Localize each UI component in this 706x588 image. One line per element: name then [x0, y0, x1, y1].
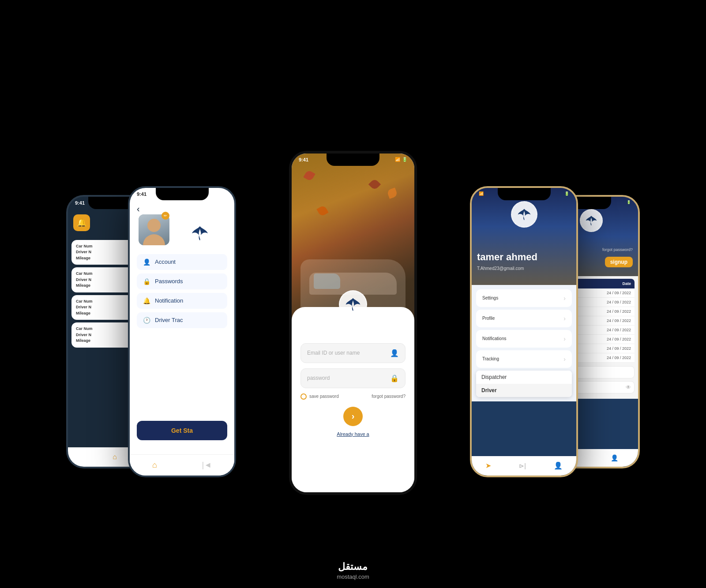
clock-icon: 🕐 — [143, 317, 150, 324]
chevron-icon: › — [563, 295, 566, 302]
p2-bottom-nav: ⌂ |◄ — [130, 454, 234, 476]
falcon-logo-circle — [339, 290, 367, 318]
settings-menu: 👤 Account 🔒 Passwords 🔔 Notification 🕐 D… — [137, 254, 227, 332]
forgot-label-p5[interactable]: forgot password? — [602, 247, 633, 252]
date-cell: 24 / 09 / 2022 — [607, 291, 631, 295]
already-account-link[interactable]: Already have a — [300, 431, 406, 437]
password-input-wrap[interactable]: password 🔒 — [300, 368, 406, 388]
watermark-arabic-text: مستقل — [337, 561, 369, 573]
menu-item-label-4: Tracking — [482, 356, 499, 361]
user-name: tamer ahmed — [477, 251, 537, 263]
menu-item-label-3: Notifications — [482, 336, 506, 341]
login-submit-button[interactable]: › — [343, 407, 363, 426]
get-started-button[interactable]: Get Sta — [137, 421, 227, 440]
chevron-icon: › — [563, 315, 566, 322]
time-p2: 9:41 — [137, 191, 146, 197]
edit-badge[interactable]: ✏ — [161, 212, 169, 220]
chevron-icon: › — [563, 335, 566, 342]
watermark-latin-text: mostaql.com — [337, 573, 369, 580]
avatar-face — [147, 219, 161, 232]
menu-item-driver-tracking[interactable]: 🕐 Driver Trac — [137, 312, 227, 328]
date-cell: 24 / 09 / 2022 — [607, 309, 631, 314]
login-form: Email ID or user name 👤 password 🔒 save … — [300, 343, 406, 437]
status-bar-p2: 9:41 — [137, 191, 227, 197]
menu-item-passwords[interactable]: 🔒 Passwords — [137, 273, 227, 289]
profile-header: tamer ahmed T.Ahmed23@gmail.com — [472, 188, 576, 285]
date-cell: 24 / 09 / 2022 — [607, 346, 631, 351]
home-icon[interactable]: ⌂ — [113, 453, 117, 461]
save-checkbox[interactable] — [300, 393, 307, 400]
tab-login[interactable]: login — [300, 323, 353, 338]
date-cell: 24 / 09 / 2022 — [607, 356, 631, 360]
menu-item-label-2: Profile — [482, 316, 495, 321]
menu-item-notifications[interactable]: 🔔 Notification — [137, 293, 227, 309]
phones-container: 9:41 🔔 Car Num Driver N Mileage Car Num … — [66, 76, 640, 495]
battery-icon: 🔋 — [402, 157, 407, 162]
wifi-icon: 📶 — [395, 157, 400, 162]
windshield — [314, 273, 340, 289]
role-dropdown: Dispatcher Driver — [476, 371, 572, 397]
password-placeholder: password — [307, 375, 330, 381]
date-cell: 24 / 09 / 2022 — [607, 337, 631, 341]
p4-bottom-nav: ➤ ⊳| 👤 — [472, 456, 576, 476]
bell-menu-icon: 🔔 — [143, 297, 150, 304]
bell-icon[interactable]: 🔔 — [73, 214, 90, 231]
menu-label-passwords: Passwords — [155, 278, 183, 285]
time-p1: 9:41 — [75, 200, 85, 206]
forgot-password-link[interactable]: forgot password? — [372, 394, 406, 399]
phone-login-main: 9:41 📶 🔋 — [289, 151, 417, 495]
tab-signup[interactable]: signup — [353, 323, 406, 338]
email-input-wrap[interactable]: Email ID or user name 👤 — [300, 343, 406, 363]
status-bar-p4: 📶 🔋 — [479, 191, 569, 196]
profile-menu-item-3[interactable]: Notifications › — [476, 330, 572, 348]
user-email: T.Ahmed23@gmail.com — [477, 266, 524, 271]
skip-nav-icon[interactable]: ⊳| — [519, 462, 526, 469]
save-password-option[interactable]: save password — [300, 393, 339, 400]
battery-p4: 🔋 — [564, 191, 569, 196]
back-nav-icon[interactable]: |◄ — [202, 461, 212, 470]
lock-field-icon: 🔒 — [390, 374, 399, 382]
signup-button-p5[interactable]: signup — [605, 257, 633, 267]
tab-signup-label: signup — [368, 327, 390, 334]
email-placeholder: Email ID or user name — [307, 350, 360, 356]
time-p3: 9:41 — [299, 157, 308, 162]
date-cell: 24 / 09 / 2022 — [607, 328, 631, 332]
user-icon-nav[interactable]: 👤 — [611, 454, 618, 461]
dropdown-driver[interactable]: Driver — [476, 384, 572, 397]
menu-label-driver: Driver Trac — [155, 317, 183, 323]
battery-p5: 🔋 — [627, 200, 631, 204]
arrow-nav-icon[interactable]: ➤ — [485, 461, 491, 470]
menu-label-account: Account — [155, 258, 176, 265]
home-nav-icon[interactable]: ⌂ — [152, 461, 157, 470]
profile-menu-item-4[interactable]: Tracking › — [476, 350, 572, 368]
account-icon: 👤 — [143, 258, 150, 266]
dropdown-dispatcher[interactable]: Dispatcher — [476, 371, 572, 384]
phone-settings: 9:41 ‹ ✏ 👤 Account 🔒 Pass — [128, 186, 236, 477]
date-cell: 24 / 09 / 2022 — [607, 300, 631, 304]
date-cell: 24 / 09 / 2022 — [607, 318, 631, 323]
signal-p4: 📶 — [479, 191, 484, 196]
tab-login-label: login — [319, 327, 335, 334]
already-text: Already have a — [337, 431, 369, 437]
profile-menu-item-1[interactable]: Settings › — [476, 289, 572, 307]
chevron-icon: › — [563, 356, 566, 363]
menu-item-label-1: Settings — [482, 296, 498, 300]
status-bar-p3: 9:41 📶 🔋 — [299, 157, 407, 162]
profile-menu-item-2[interactable]: Profile › — [476, 310, 572, 327]
menu-label-notifications: Notification — [155, 297, 183, 304]
watermark: مستقل mostaql.com — [337, 561, 369, 580]
get-started-label: Get Sta — [171, 427, 193, 434]
auth-tabs: login signup — [300, 323, 406, 338]
form-options: save password forgot password? — [300, 393, 406, 400]
user-nav-icon[interactable]: 👤 — [554, 461, 563, 470]
save-password-label: save password — [309, 394, 339, 399]
falcon-logo-dashed — [511, 201, 537, 228]
lock-icon: 🔒 — [143, 278, 150, 285]
falcon-logo-dashed-sm — [580, 209, 603, 232]
date-column-header: Date — [622, 281, 631, 286]
menu-item-account[interactable]: 👤 Account — [137, 254, 227, 270]
user-field-icon: 👤 — [390, 349, 399, 357]
back-button[interactable]: ‹ — [137, 204, 140, 214]
eye-icon[interactable]: 👁 — [626, 384, 631, 390]
profile-menu: Settings › Profile › Notifications › Tra… — [472, 285, 576, 401]
